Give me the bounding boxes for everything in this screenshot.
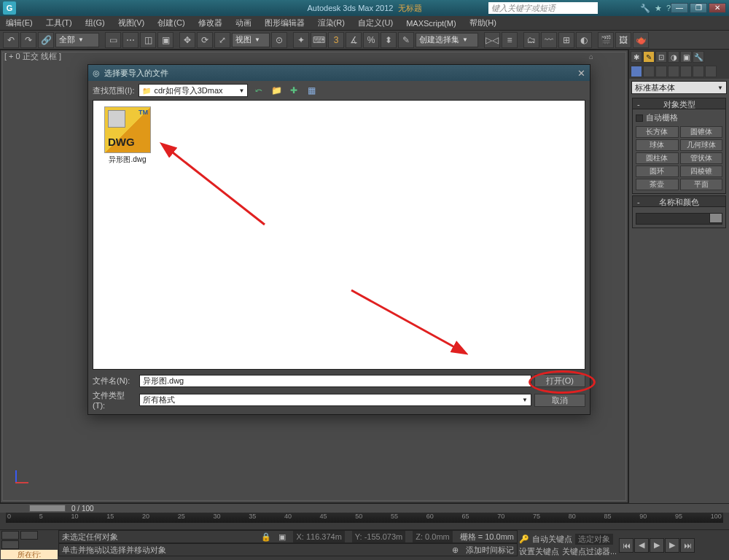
viewport-label[interactable]: [ + 0 正交 线框 ] (4, 51, 61, 62)
up-icon[interactable]: 📁 (270, 84, 283, 97)
material-icon[interactable]: ◐ (576, 32, 592, 48)
tab-create-icon[interactable]: ✱ (631, 51, 642, 63)
render-frame-icon[interactable]: 🖼 (615, 32, 631, 48)
listener-mini-icon[interactable] (20, 531, 38, 540)
menu-group[interactable]: 组(G) (82, 16, 108, 30)
coord-x[interactable]: X: 116.374m (293, 531, 344, 542)
btn-plane[interactable]: 平面 (680, 179, 723, 190)
mirror-icon[interactable]: ▷◁ (484, 32, 500, 48)
scale-icon[interactable]: ⤢ (214, 32, 230, 48)
redo-icon[interactable]: ↷ (20, 32, 36, 48)
time-slider-handle[interactable] (29, 505, 66, 512)
key-icon[interactable]: 🔑 (519, 534, 529, 544)
tab-hierarchy-icon[interactable]: ⊡ (655, 51, 667, 63)
cat-lights-icon[interactable] (655, 66, 667, 77)
time-tag-icon[interactable]: ⊕ (452, 544, 459, 556)
snap-icon[interactable]: 3 (328, 32, 344, 48)
pivot-icon[interactable]: ⊙ (271, 32, 287, 48)
setkey-button[interactable]: 设置关键点 (519, 546, 559, 557)
percent-snap-icon[interactable]: % (363, 32, 379, 48)
dialog-titlebar[interactable]: ◎ 选择要导入的文件 ✕ (88, 65, 590, 81)
btn-tube[interactable]: 管状体 (680, 152, 723, 164)
time-ruler[interactable]: 0510152025303540455055606570758085909510… (6, 513, 723, 523)
next-frame-icon[interactable]: ▶ (665, 538, 679, 553)
spinner-snap-icon[interactable]: ⬍ (381, 32, 397, 48)
tab-utilities-icon[interactable]: 🔧 (693, 51, 704, 63)
keyboard-icon[interactable]: ⌨ (311, 32, 327, 48)
select-region-icon[interactable]: ◫ (140, 32, 156, 48)
look-in-dropdown[interactable]: cdr如何导入3Dmax (139, 84, 248, 97)
rollout-name-color[interactable]: 名称和颜色 (632, 195, 726, 207)
object-color-swatch[interactable] (709, 213, 722, 223)
prev-frame-icon[interactable]: ◀ (634, 538, 649, 553)
btn-teapot[interactable]: 茶壶 (636, 179, 679, 190)
cat-helpers-icon[interactable] (680, 66, 692, 77)
window-crossing-icon[interactable]: ▣ (157, 32, 174, 48)
menu-edit[interactable]: 编辑(E) (3, 16, 36, 30)
btn-pyramid[interactable]: 四棱锥 (680, 166, 723, 177)
dialog-close-icon[interactable]: ✕ (577, 68, 585, 79)
lock-mini-icon[interactable] (1, 540, 19, 549)
app-logo-icon[interactable]: G (3, 1, 16, 15)
menu-tools[interactable]: 工具(T) (43, 16, 75, 30)
schematic-icon[interactable]: ⊞ (558, 32, 574, 48)
select-icon[interactable]: ▭ (105, 32, 121, 48)
coord-z[interactable]: Z: 0.0mm (413, 531, 452, 542)
btn-torus[interactable]: 圆环 (636, 166, 679, 177)
new-folder-icon[interactable]: ✚ (287, 84, 300, 97)
filetype-dropdown[interactable]: 所有格式 (139, 394, 531, 406)
key-filters-button[interactable]: 关键点过滤器... (562, 546, 617, 557)
align-icon[interactable]: ≡ (502, 32, 518, 48)
btn-geosphere[interactable]: 几何球体 (680, 139, 723, 151)
key-target-dropdown[interactable]: 选定对象 (575, 534, 613, 545)
undo-icon[interactable]: ↶ (3, 32, 19, 48)
menu-rendering[interactable]: 渲染(R) (315, 16, 348, 30)
render-setup-icon[interactable]: 🎬 (598, 32, 614, 48)
cat-geometry-icon[interactable] (631, 66, 642, 77)
viewcube-icon[interactable]: ⌂ (589, 52, 623, 86)
menu-create[interactable]: 创建(C) (155, 16, 187, 30)
btn-box[interactable]: 长方体 (636, 126, 679, 138)
menu-grapheditors[interactable]: 图形编辑器 (262, 16, 308, 30)
back-icon[interactable]: ⤺ (252, 84, 265, 97)
select-name-icon[interactable]: ⋯ (122, 32, 139, 48)
cat-shapes-icon[interactable] (643, 66, 655, 77)
file-item-dwg[interactable]: DWG 异形图.dwg (99, 106, 156, 165)
cat-space-icon[interactable] (693, 66, 704, 77)
add-time-marker[interactable]: 添加时间标记 (466, 544, 514, 556)
angle-snap-icon[interactable]: ∡ (346, 32, 362, 48)
curve-editor-icon[interactable]: 〰 (541, 32, 557, 48)
cancel-button[interactable]: 取消 (534, 394, 585, 407)
menu-views[interactable]: 视图(V) (115, 16, 148, 30)
category-dropdown[interactable]: 标准基本体 (631, 81, 727, 94)
lock-icon[interactable]: 🔒 (261, 531, 271, 542)
maxscript-mini-icon[interactable] (1, 531, 19, 540)
menu-maxscript[interactable]: MAXScript(M) (403, 18, 459, 29)
tab-modify-icon[interactable]: ✎ (643, 51, 655, 63)
close-button[interactable]: ✕ (709, 3, 726, 13)
manipulate-icon[interactable]: ✦ (293, 32, 309, 48)
cat-systems-icon[interactable] (705, 66, 717, 77)
autogrid-checkbox[interactable]: 自动栅格 (636, 112, 722, 123)
menu-help[interactable]: 帮助(H) (467, 16, 499, 30)
menu-modifiers[interactable]: 修改器 (195, 16, 225, 30)
autokey-button[interactable]: 自动关键点 (532, 534, 572, 545)
tab-display-icon[interactable]: ▣ (680, 51, 692, 63)
maximize-button[interactable]: ❐ (690, 3, 707, 13)
minimize-button[interactable]: — (671, 3, 688, 13)
ref-coord-dropdown[interactable]: 视图 (232, 33, 270, 47)
tab-motion-icon[interactable]: ◑ (668, 51, 679, 63)
filename-input[interactable]: 异形图.dwg (139, 375, 531, 387)
layer-icon[interactable]: 🗂 (523, 32, 539, 48)
btn-sphere[interactable]: 球体 (636, 139, 679, 151)
render-icon[interactable]: 🫖 (633, 32, 649, 48)
open-button[interactable]: 打开(O) (534, 374, 585, 387)
play-icon[interactable]: ▶ (650, 538, 664, 553)
rotate-icon[interactable]: ⟳ (197, 32, 213, 48)
edit-named-icon[interactable]: ✎ (398, 32, 414, 48)
view-menu-icon[interactable]: ▦ (305, 84, 318, 97)
move-icon[interactable]: ✥ (179, 32, 195, 48)
help-search-input[interactable]: 键入关键字或短语 (488, 2, 598, 14)
btn-cone[interactable]: 圆锥体 (680, 126, 723, 138)
coord-y[interactable]: Y: -155.073m (352, 531, 405, 542)
